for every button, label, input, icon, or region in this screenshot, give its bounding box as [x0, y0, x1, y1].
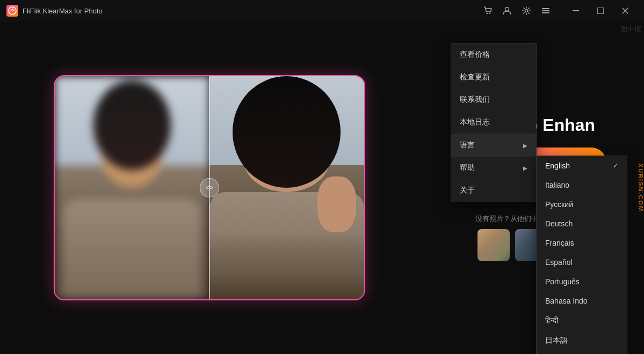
cart-icon[interactable]	[483, 6, 493, 16]
main-area: <> AI Photo Enhan 选择图片 或拖拽文件到这里 没有照片？从他们…	[0, 21, 644, 354]
photo-preview-section: <>	[0, 21, 418, 354]
lang-item-russian[interactable]: Русский	[537, 195, 627, 214]
help-arrow-icon: ▶	[523, 165, 527, 171]
svg-point-2	[489, 13, 490, 14]
lang-item-francais[interactable]: Français	[537, 233, 627, 253]
svg-point-3	[505, 8, 509, 11]
app-title-text: FliFlik KlearMax for Photo	[23, 7, 103, 15]
photo-handle[interactable]: <>	[200, 178, 219, 197]
svg-rect-8	[573, 10, 579, 11]
watermark: XURISN.COM	[638, 164, 644, 212]
lang-item-espanol[interactable]: Español	[537, 253, 627, 272]
menu-item-pricing[interactable]: 查看价格	[451, 43, 536, 66]
svg-point-4	[525, 10, 528, 12]
svg-point-0	[9, 7, 16, 14]
lang-item-japanese[interactable]: 日本語	[537, 330, 627, 351]
photo-frame: <>	[54, 75, 365, 300]
svg-rect-7	[542, 12, 549, 13]
photo-inner: <>	[55, 76, 364, 299]
settings-icon[interactable]	[522, 6, 531, 16]
title-left: FliFlik KlearMax for Photo	[6, 5, 103, 17]
lang-item-hindi[interactable]: हिन्दी	[537, 311, 627, 330]
close-button[interactable]	[613, 2, 638, 19]
menu-item-about[interactable]: 关于	[451, 179, 536, 202]
bg-search-text: 图中搜	[620, 24, 641, 34]
menu-item-update[interactable]: 检查更新	[451, 66, 536, 88]
menu-item-help[interactable]: 帮助 ▶	[451, 157, 536, 179]
language-submenu: English ✓ Italiano Русский Deutsch Franç…	[536, 156, 627, 354]
menu-item-language[interactable]: 语言 ▶ English ✓ Italiano Русский Deutsch	[451, 134, 536, 157]
lang-item-deutsch[interactable]: Deutsch	[537, 214, 627, 233]
lang-item-english[interactable]: English ✓	[537, 156, 627, 175]
svg-rect-5	[542, 8, 549, 9]
user-icon[interactable]	[502, 6, 512, 16]
language-arrow-icon: ▶	[523, 143, 527, 149]
menu-item-log[interactable]: 本地日志	[451, 111, 536, 134]
sample-image-1[interactable]	[477, 229, 510, 261]
maximize-button[interactable]	[588, 2, 613, 19]
window-controls	[563, 2, 638, 19]
lang-item-bahasa[interactable]: Bahasa Indo	[537, 291, 627, 311]
dropdown-menu: 查看价格 检查更新 联系我们 本地日志 语言 ▶ English ✓ Itali…	[451, 43, 537, 202]
lang-item-portugues[interactable]: Português	[537, 272, 627, 291]
svg-rect-9	[597, 8, 604, 14]
lang-item-simplified-chinese[interactable]: 简体中文	[537, 351, 627, 354]
svg-point-1	[487, 13, 488, 14]
title-bar: FliFlik KlearMax for Photo	[0, 0, 644, 21]
lang-item-italiano[interactable]: Italiano	[537, 175, 627, 195]
menu-item-contact[interactable]: 联系我们	[451, 88, 536, 111]
hamburger-icon[interactable]	[541, 6, 551, 16]
photo-sharp-half	[209, 76, 364, 299]
app-logo	[6, 5, 18, 17]
check-icon: ✓	[613, 162, 618, 169]
svg-rect-6	[542, 10, 549, 11]
toolbar-icons	[483, 6, 551, 16]
photo-blurry-half	[55, 76, 209, 299]
minimize-button[interactable]	[563, 2, 588, 19]
